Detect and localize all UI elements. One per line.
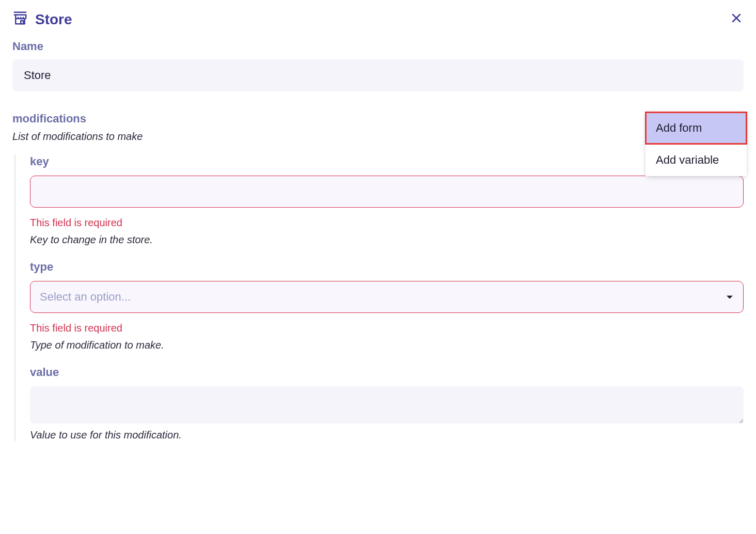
name-input[interactable]	[12, 59, 744, 91]
store-icon	[12, 10, 28, 28]
key-help: Key to change in the store.	[30, 234, 744, 246]
key-input[interactable]	[30, 176, 744, 208]
value-input[interactable]	[30, 386, 744, 423]
header-left: Store	[12, 10, 72, 28]
type-label: type	[30, 260, 744, 274]
panel-title: Store	[35, 11, 72, 28]
modifications-description: List of modifications to make	[12, 131, 744, 143]
modifications-section: modifications List of modifications to m…	[12, 112, 744, 441]
close-button[interactable]	[729, 12, 744, 27]
modification-item: key This field is required Key to change…	[14, 155, 744, 441]
value-label: value	[30, 366, 744, 379]
modifications-label: modifications	[12, 112, 744, 125]
type-error: This field is required	[30, 322, 744, 334]
name-label: Name	[12, 40, 744, 53]
add-dropdown-menu: Add form Add variable	[645, 112, 747, 176]
dropdown-item-add-form[interactable]: Add form	[645, 112, 747, 144]
type-select-wrapper: Select an option...	[30, 281, 744, 313]
dropdown-item-add-variable[interactable]: Add variable	[645, 144, 747, 176]
type-select[interactable]: Select an option...	[30, 281, 744, 313]
value-help: Value to use for this modification.	[30, 429, 744, 441]
value-field-group: value Value to use for this modification…	[30, 366, 744, 441]
key-error: This field is required	[30, 217, 744, 229]
key-label: key	[30, 155, 744, 168]
key-field-group: key This field is required Key to change…	[30, 155, 744, 246]
type-field-group: type Select an option... This field is r…	[30, 260, 744, 351]
type-placeholder: Select an option...	[40, 290, 131, 304]
type-help: Type of modification to make.	[30, 339, 744, 351]
close-icon	[730, 12, 743, 27]
panel-header: Store	[12, 10, 744, 28]
